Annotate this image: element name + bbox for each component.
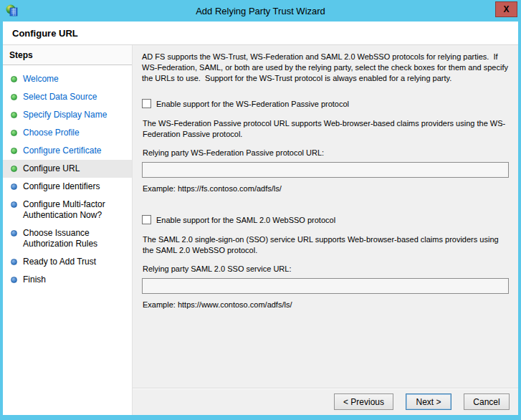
- saml-section: Enable support for the SAML 2.0 WebSSO p…: [142, 215, 509, 310]
- sidebar-item-choose-profile[interactable]: Choose Profile: [3, 124, 132, 142]
- ws-fed-description: The WS-Federation Passive protocol URL s…: [143, 118, 509, 140]
- step-upcoming-icon: [11, 230, 17, 237]
- step-current-icon: [11, 166, 17, 172]
- step-upcoming-icon: [11, 277, 17, 283]
- intro-text: AD FS supports the WS-Trust, WS-Federati…: [142, 52, 509, 84]
- saml-url-input[interactable]: [142, 278, 509, 294]
- cancel-button[interactable]: Cancel: [464, 393, 510, 410]
- sidebar-item-choose-issuance-rules: Choose Issuance Authorization Rules: [3, 224, 132, 253]
- previous-button[interactable]: < Previous: [334, 393, 393, 410]
- button-bar: < Previous Next > Cancel: [133, 388, 518, 415]
- close-button[interactable]: X: [495, 1, 517, 17]
- ws-federation-section: Enable support for the WS-Federation Pas…: [142, 99, 509, 194]
- next-button[interactable]: Next >: [406, 393, 451, 410]
- ws-fed-example-text: Example: https://fs.contoso.com/adfs/ls/: [143, 183, 509, 194]
- wizard-window: Add Relying Party Trust Wizard X Configu…: [0, 0, 521, 420]
- step-done-icon: [11, 130, 17, 136]
- saml-checkbox-row: Enable support for the SAML 2.0 WebSSO p…: [142, 215, 509, 226]
- close-icon: X: [503, 4, 509, 14]
- saml-checkbox-label: Enable support for the SAML 2.0 WebSSO p…: [156, 215, 335, 226]
- step-upcoming-icon: [11, 183, 17, 190]
- saml-description: The SAML 2.0 single-sign-on (SSO) servic…: [143, 234, 509, 256]
- adfs-wizard-icon: [6, 4, 19, 17]
- titlebar: Add Relying Party Trust Wizard X: [0, 0, 521, 22]
- sidebar-item-configure-url: Configure URL: [3, 160, 132, 178]
- ws-fed-url-label: Relying party WS-Federation Passive prot…: [143, 148, 509, 158]
- ws-fed-checkbox[interactable]: [142, 99, 151, 108]
- sidebar-item-finish: Finish: [3, 271, 132, 289]
- main-panel: AD FS supports the WS-Trust, WS-Federati…: [133, 45, 518, 415]
- ws-fed-checkbox-row: Enable support for the WS-Federation Pas…: [142, 99, 509, 110]
- sidebar-item-ready-to-add-trust: Ready to Add Trust: [3, 253, 132, 271]
- page-title: Configure URL: [12, 28, 78, 39]
- sidebar-item-select-data-source[interactable]: Select Data Source: [3, 88, 132, 106]
- step-upcoming-icon: [11, 201, 17, 208]
- ws-fed-url-input[interactable]: [142, 162, 509, 178]
- ws-fed-checkbox-label: Enable support for the WS-Federation Pas…: [156, 99, 349, 110]
- step-upcoming-icon: [11, 259, 17, 265]
- steps-header: Steps: [3, 45, 132, 65]
- step-done-icon: [11, 148, 17, 154]
- sidebar-item-welcome[interactable]: Welcome: [3, 70, 132, 88]
- step-done-icon: [11, 76, 17, 82]
- saml-checkbox[interactable]: [142, 215, 151, 224]
- step-done-icon: [11, 94, 17, 100]
- sidebar-item-configure-certificate[interactable]: Configure Certificate: [3, 142, 132, 160]
- window-title: Add Relying Party Trust Wizard: [196, 6, 325, 16]
- window-body: Configure URL Steps Welcome Select Data …: [3, 22, 518, 415]
- saml-url-label: Relying party SAML 2.0 SSO service URL:: [143, 264, 509, 275]
- saml-example-text: Example: https://www.contoso.com/adfs/ls…: [143, 300, 509, 310]
- step-done-icon: [11, 112, 17, 118]
- sidebar-item-specify-display-name[interactable]: Specify Display Name: [3, 106, 132, 124]
- sidebar-item-configure-identifiers: Configure Identifiers: [3, 178, 132, 196]
- page-header: Configure URL: [3, 22, 518, 45]
- sidebar-item-configure-mfa: Configure Multi-factor Authentication No…: [3, 196, 132, 224]
- steps-list: Welcome Select Data Source Specify Displ…: [3, 65, 132, 289]
- steps-sidebar: Steps Welcome Select Data Source Specify…: [3, 45, 133, 415]
